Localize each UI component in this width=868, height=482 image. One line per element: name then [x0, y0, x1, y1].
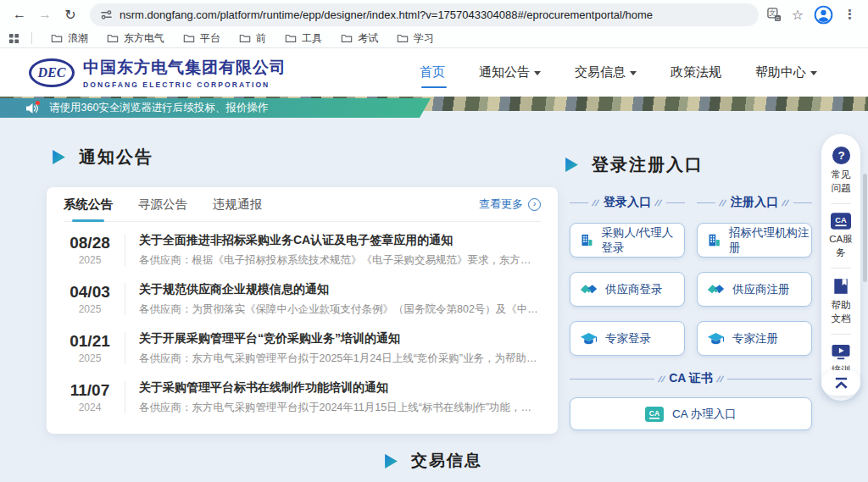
bookmarks-divider [31, 32, 32, 44]
list-item[interactable]: 08/28 2025 关于全面推进非招标采购业务CA认证及电子签章应用的通知 各… [64, 229, 541, 271]
divider [125, 332, 125, 364]
chevron-down-icon [534, 71, 541, 75]
translate-icon[interactable]: 文 G [767, 8, 782, 22]
notice-title[interactable]: 关于采购管理平台标书在线制作功能培训的通知 [139, 380, 541, 396]
tab-violation-reports[interactable]: 违规通报 [213, 187, 262, 221]
book-icon [832, 277, 850, 296]
bookmark-folder[interactable]: 浪潮 [44, 30, 95, 47]
floating-help-rail: ? 常见问题 CA CA服务 帮助文档 培训视频 [821, 134, 860, 401]
browser-chrome: ← → ↻ nsrm.dongfang.com/platform/runtime… [0, 0, 868, 48]
notice-date: 08/28 2025 [64, 234, 116, 266]
notice-title[interactable]: 关于全面推进非招标采购业务CA认证及电子签章应用的通知 [139, 233, 541, 248]
folder-icon [397, 33, 409, 43]
url-text: nsrm.dongfang.com/platform/runtime/epp/d… [120, 8, 653, 21]
chevron-down-icon [810, 71, 817, 75]
notice-desc: 各供应商：为贯彻落实《保障中小企业款项支付条例》（国务院令第802号）及《中小企… [139, 302, 541, 317]
tab-sourcing-notices[interactable]: 寻源公告 [138, 187, 187, 221]
scroll-top-icon [833, 377, 849, 389]
building-icon [707, 232, 721, 248]
folder-icon [239, 33, 251, 43]
browser-menu-icon[interactable]: ⋮ [843, 7, 856, 22]
svg-text:G: G [776, 14, 780, 20]
ca-section-header: // CA 证书 // [570, 371, 812, 386]
back-button[interactable]: ← [8, 3, 31, 25]
nav-help-center[interactable]: 帮助中心 [755, 64, 817, 80]
divider [125, 381, 125, 413]
company-name-cn: 中国东方电气集团有限公司 [83, 57, 287, 79]
tab-system-notices[interactable]: 系统公告 [64, 187, 113, 221]
reload-button[interactable]: ↻ [59, 3, 81, 25]
nav-home[interactable]: 首页 [420, 64, 445, 80]
register-column-header: // 注册入口 // [697, 195, 812, 210]
folder-icon [183, 33, 195, 43]
announcement-ticker: 请使用360安全浏览器进行后续投标、报价操作 [0, 98, 431, 118]
nav-notices[interactable]: 通知公告 [479, 64, 541, 80]
notice-tabs: 系统公告 寻源公告 违规通报 查看更多 › [64, 187, 541, 222]
notice-date: 04/03 2025 [64, 283, 116, 315]
notice-desc: 各供应商：东方电气采购管理平台拟于2025年1月24日上线“竞价采购”业务，为帮… [139, 352, 541, 366]
list-item[interactable]: 11/07 2024 关于采购管理平台标书在线制作功能培训的通知 各供应商：东方… [64, 376, 541, 418]
faq-rail-item[interactable]: ? 常见问题 [829, 144, 853, 197]
graduation-cap-icon [707, 332, 725, 346]
login-panel: // 登录入口 // // 注册入口 // 采购人/代理人登录 [570, 195, 812, 430]
notice-card: 系统公告 寻源公告 违规通报 查看更多 › 08/28 2025 关于全面推进非… [47, 187, 558, 434]
agency-register-button[interactable]: 招标代理机构注册 [697, 223, 812, 258]
svg-text:CA: CA [649, 408, 659, 417]
back-to-top-button[interactable] [821, 370, 860, 396]
ca-badge-icon: CA [645, 407, 664, 422]
section-title: 通知公告 [79, 146, 153, 169]
bookmark-folder[interactable]: 前 [232, 30, 273, 47]
svg-text:?: ? [837, 149, 844, 162]
handshake-icon [707, 283, 725, 296]
address-bar[interactable]: nsrm.dongfang.com/platform/runtime/epp/d… [90, 3, 759, 26]
notice-desc: 各供应商：东方电气采购管理平台拟于2024年11月15日上线“标书在线制作”功能… [139, 401, 541, 415]
supplier-register-button[interactable]: 供应商注册 [697, 272, 812, 307]
trade-section-heading: 交易信息 [383, 450, 482, 472]
building-icon [580, 232, 594, 248]
list-item[interactable]: 01/21 2025 关于开展采购管理平台“竞价采购业务”培训的通知 各供应商：… [64, 327, 541, 369]
notice-desc: 各供应商：根据《电子招标投标系统技术规范》《电子采购交易规范》要求，东方电气采购… [139, 253, 541, 268]
bookmark-folder[interactable]: 平台 [176, 30, 227, 47]
bookmark-folder[interactable]: 考试 [334, 30, 385, 47]
ca-entry-button[interactable]: CA CA 办理入口 [570, 397, 812, 430]
help-docs-rail-item[interactable]: 帮助文档 [829, 275, 853, 327]
list-item[interactable]: 04/03 2025 关于规范供应商企业规模信息的通知 各供应商：为贯彻落实《保… [64, 278, 541, 320]
notice-title[interactable]: 关于规范供应商企业规模信息的通知 [139, 282, 541, 297]
ca-service-rail-item[interactable]: CA CA服务 [829, 211, 853, 261]
login-section-heading: 登录注册入口 [564, 153, 704, 176]
page-scrollbar[interactable] [863, 174, 867, 282]
view-more-link[interactable]: 查看更多 › [479, 197, 541, 212]
video-icon [831, 343, 851, 361]
bookmarks-bar: 浪潮 东方电气 平台 前 工具 考试 学习 [0, 29, 868, 47]
notice-section-heading: 通知公告 [51, 146, 153, 169]
company-logo[interactable]: DEC 中国东方电气集团有限公司 DONGFANG ELECTRIC CORPO… [29, 57, 287, 89]
speaker-icon [25, 102, 39, 114]
site-settings-icon[interactable] [100, 8, 113, 21]
notice-title[interactable]: 关于开展采购管理平台“竞价采购业务”培训的通知 [139, 331, 541, 346]
apps-grid-icon[interactable] [8, 33, 19, 44]
purchaser-login-button[interactable]: 采购人/代理人登录 [570, 223, 685, 258]
supplier-login-button[interactable]: 供应商登录 [570, 272, 685, 307]
profile-avatar[interactable] [814, 5, 833, 25]
dec-logo-icon: DEC [29, 58, 75, 87]
section-arrow-icon [564, 158, 580, 172]
section-title: 登录注册入口 [592, 153, 704, 176]
nav-policies[interactable]: 政策法规 [670, 64, 721, 80]
bookmark-folder[interactable]: 学习 [390, 30, 441, 47]
expert-register-button[interactable]: 专家注册 [697, 321, 812, 356]
divider [125, 283, 125, 315]
divider [831, 334, 851, 335]
svg-text:CA: CA [835, 216, 847, 224]
question-icon: ? [832, 146, 851, 165]
login-column-header: // 登录入口 // [570, 195, 685, 210]
expert-login-button[interactable]: 专家登录 [570, 321, 685, 356]
company-name-en: DONGFANG ELECTRIC CORPORATION [83, 80, 287, 89]
main-nav: 首页 通知公告 交易信息 政策法规 帮助中心 [420, 64, 839, 80]
nav-trade-info[interactable]: 交易信息 [575, 64, 637, 80]
forward-button[interactable]: → [34, 3, 56, 25]
bookmark-star-icon[interactable]: ☆ [792, 7, 804, 23]
bookmark-folder[interactable]: 东方电气 [100, 30, 171, 47]
handshake-icon [580, 283, 598, 296]
bookmark-folder[interactable]: 工具 [278, 30, 329, 47]
folder-icon [107, 33, 119, 43]
